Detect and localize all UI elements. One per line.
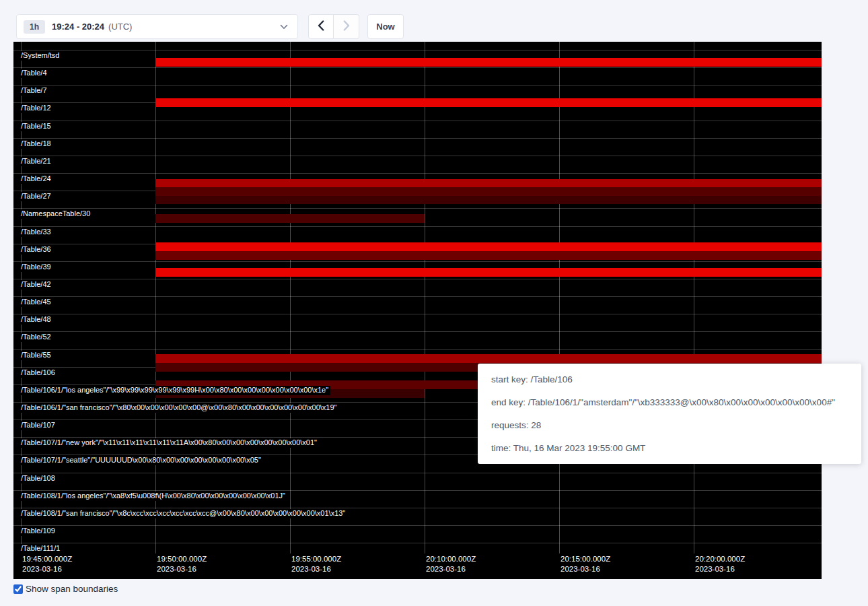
row-label: /Table/108: [21, 474, 57, 483]
row-label: /Table/107: [21, 421, 57, 430]
row-label: /Table/106/1/"los angeles"/"\x99\x99\x99…: [21, 386, 330, 395]
heat-band[interactable]: [155, 251, 822, 260]
span-boundary-line: [13, 121, 822, 121]
row-label: /NamespaceTable/30: [21, 209, 92, 219]
heat-band[interactable]: [155, 98, 822, 107]
span-boundary-line: [13, 525, 822, 526]
row-label: /Table/4: [21, 69, 49, 78]
row-label: /Table/107/1/"new york"/"\x11\x11\x11\x1…: [21, 438, 319, 448]
chevron-right-icon: [343, 20, 350, 33]
row-label: /Table/52: [21, 333, 53, 342]
row-label: /Table/39: [21, 263, 53, 272]
chevron-left-icon: [318, 20, 324, 33]
x-axis-date-label: 2023-03-16: [157, 565, 196, 573]
prev-interval-button[interactable]: [308, 14, 334, 39]
x-axis-time-label: 19:45:00.000Z: [22, 555, 72, 563]
time-gridline: [694, 42, 694, 553]
row-label: /System/tsd: [21, 51, 61, 61]
footer: Show span boundaries: [13, 584, 118, 594]
span-boundary-line: [13, 156, 822, 156]
span-boundary-line: [13, 50, 822, 50]
key-visualizer-canvas[interactable]: /System/tsd/Table/4/Table/7/Table/12/Tab…: [13, 42, 822, 579]
tooltip-end-key: end key: /Table/106/1/"amsterdam"/"\xb33…: [491, 397, 848, 407]
heat-band[interactable]: [155, 268, 822, 277]
x-axis-time-label: 19:55:00.000Z: [291, 555, 341, 563]
row-label: /Table/106/1/"san francisco"/"\x80\x00\x…: [21, 403, 339, 413]
row-label: /Table/111/1: [21, 544, 62, 553]
row-label: /Table/7: [21, 86, 49, 96]
time-range-selector[interactable]: 1h 19:24 - 20:24 (UTC): [16, 14, 298, 39]
row-label: /Table/48: [21, 315, 53, 325]
heat-band[interactable]: [155, 214, 425, 223]
x-axis-date-label: 2023-03-16: [426, 565, 466, 573]
x-axis-date-label: 2023-03-16: [291, 565, 331, 573]
time-gridline: [559, 42, 560, 553]
x-axis-date-label: 2023-03-16: [22, 565, 62, 573]
span-boundary-line: [13, 508, 822, 508]
heat-band[interactable]: [155, 187, 822, 196]
show-span-boundaries-checkbox[interactable]: [13, 584, 23, 594]
time-gridline: [290, 42, 291, 553]
row-label: /Table/45: [21, 298, 53, 307]
row-label: /Table/12: [21, 104, 53, 113]
now-button[interactable]: Now: [367, 14, 404, 39]
heat-band[interactable]: [155, 196, 822, 204]
heat-band[interactable]: [155, 179, 822, 187]
time-gridline: [425, 42, 425, 553]
heat-band[interactable]: [155, 58, 822, 67]
row-label: /Table/107/1/"seattle"/"UUUUUUD\x00\x80\…: [21, 456, 263, 465]
span-boundary-line: [13, 261, 822, 262]
x-axis-time-label: 20:20:00.000Z: [695, 555, 745, 563]
row-label: /Table/27: [21, 192, 53, 201]
row-label: /Table/36: [21, 245, 53, 255]
span-boundary-line: [13, 490, 822, 491]
row-label: /Table/42: [21, 280, 53, 290]
row-label: /Table/18: [21, 139, 53, 149]
x-axis-time-label: 19:50:00.000Z: [157, 555, 207, 563]
tooltip-time: time: Thu, 16 Mar 2023 19:55:00 GMT: [491, 443, 848, 453]
row-label: /Table/106: [21, 368, 57, 378]
next-interval-button[interactable]: [334, 14, 359, 39]
span-boundary-line: [13, 473, 822, 473]
hover-tooltip: start key: /Table/106 end key: /Table/10…: [478, 364, 861, 464]
time-gridline: [155, 42, 156, 553]
tooltip-requests: requests: 28: [491, 420, 848, 430]
row-label: /Table/24: [21, 174, 53, 184]
span-boundary-line: [13, 138, 822, 139]
row-label: /Table/15: [21, 122, 53, 131]
timezone-text: (UTC): [108, 22, 132, 32]
heat-band[interactable]: [155, 354, 822, 363]
show-span-boundaries-label[interactable]: Show span boundaries: [26, 584, 118, 594]
tooltip-start-key: start key: /Table/106: [491, 374, 848, 384]
span-boundary-line: [13, 208, 822, 209]
row-label: /Table/33: [21, 228, 53, 237]
span-boundary-line: [13, 85, 822, 86]
row-label: /Table/55: [21, 351, 53, 360]
x-axis-date-label: 2023-03-16: [560, 565, 600, 573]
row-label: /Table/109: [21, 527, 57, 536]
span-boundary-line: [13, 67, 822, 68]
span-boundary-line: [13, 314, 822, 314]
x-axis-time-label: 20:10:00.000Z: [426, 555, 476, 563]
span-boundary-line: [13, 279, 822, 279]
chevron-down-icon: [280, 24, 288, 30]
time-range-text: 19:24 - 20:24: [52, 22, 104, 32]
span-boundary-line: [13, 226, 822, 227]
row-label: /Table/108/1/"san francisco"/"\x8c\xcc\x…: [21, 509, 347, 518]
time-nav-group: [308, 14, 359, 39]
span-boundary-line: [13, 296, 822, 297]
row-label: /Table/21: [21, 157, 53, 166]
x-axis-time-label: 20:15:00.000Z: [560, 555, 610, 563]
span-boundary-line: [13, 543, 822, 543]
x-axis-date-label: 2023-03-16: [695, 565, 735, 573]
row-label: /Table/108/1/"los angeles"/"\xa8\xf5\u00…: [21, 492, 287, 501]
span-boundary-line: [13, 331, 822, 332]
duration-badge: 1h: [24, 20, 45, 34]
span-boundary-line: [13, 349, 822, 350]
heat-band[interactable]: [155, 242, 822, 251]
span-boundary-line: [13, 173, 822, 174]
